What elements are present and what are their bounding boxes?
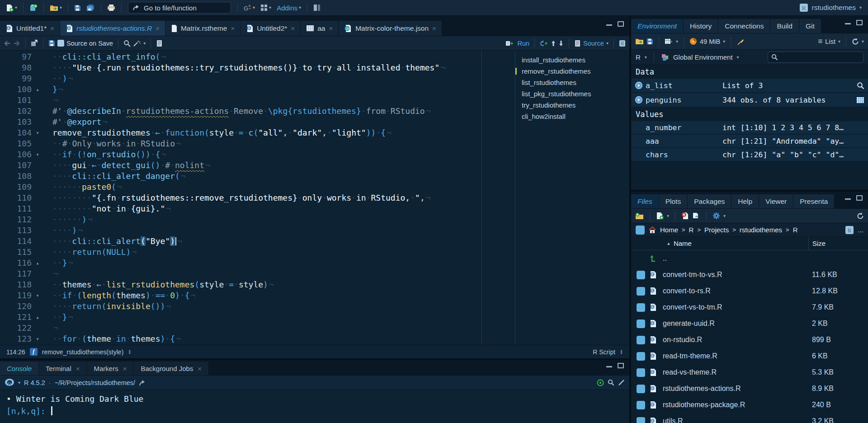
code-text[interactable]: remove_rstudiothemes·←·function(style·=·…: [43, 127, 392, 138]
maximize-icon[interactable]: [618, 21, 624, 27]
fold-marker-icon[interactable]: ▴: [32, 312, 43, 323]
outline-item-install_rstudiothemes[interactable]: install_rstudiothemes: [515, 54, 629, 66]
find-replace-icon[interactable]: [123, 40, 131, 47]
new-project-button[interactable]: [27, 3, 40, 13]
expand-icon[interactable]: [635, 96, 646, 104]
environment-tab-environment[interactable]: Environment: [631, 19, 684, 33]
code-text[interactable]: ··for·(theme·in·themes)·{¬: [43, 334, 181, 344]
outline-item-try_rstudiothemes[interactable]: try_rstudiothemes: [515, 99, 629, 111]
file-name[interactable]: convert-tm-to-vs.R: [661, 271, 808, 279]
code-editor[interactable]: 97··cli::cli_alert_info(¬98····"Use·{.ru…: [0, 51, 515, 345]
console-search-icon[interactable]: [608, 379, 614, 386]
select-all-checkbox[interactable]: [636, 226, 645, 235]
env-row-chars[interactable]: charschr [1:26] "a" "b" "c" "d"…: [631, 148, 868, 162]
refresh-icon[interactable]: [852, 38, 859, 45]
code-text[interactable]: ··if·(length(themes)·==·0)·{¬: [43, 290, 195, 301]
code-text[interactable]: ····gui·←·detect_gui()·#·nolint¬: [43, 160, 210, 171]
source-on-save-checkbox[interactable]: [57, 40, 64, 47]
close-icon[interactable]: ×: [432, 24, 436, 32]
editor-tab-matrix-rstheme[interactable]: Matrix.rstheme×: [165, 21, 241, 36]
workspace-panes-button[interactable]: ▾: [258, 3, 274, 13]
parent-directory-icon[interactable]: [646, 255, 661, 262]
caret-down-icon[interactable]: ▾: [18, 381, 20, 385]
file-checkbox[interactable]: [637, 320, 645, 328]
open-file-button[interactable]: ▾: [47, 3, 64, 13]
refresh-icon[interactable]: [857, 212, 864, 220]
document-outline-toggle-icon[interactable]: [619, 40, 626, 47]
maximize-icon[interactable]: [856, 20, 863, 25]
load-workspace-icon[interactable]: [635, 38, 644, 45]
environment-tab-git[interactable]: Git: [799, 19, 821, 33]
maximize-icon[interactable]: [618, 363, 624, 368]
file-row[interactable]: Rconvert-to-rs.R12.8 KB: [631, 283, 868, 299]
code-text[interactable]: ¬: [43, 323, 58, 334]
editor-tab-rstudiothemes-actions-r[interactable]: Rrstudiothemes-actions.R×: [60, 21, 165, 36]
save-workspace-icon[interactable]: [646, 38, 653, 45]
file-row[interactable]: Rread-vs-theme.R5.3 KB: [631, 364, 868, 381]
clear-console-icon[interactable]: [618, 379, 625, 386]
editor-tab-untitled2-[interactable]: RUntitled2*×: [241, 21, 301, 36]
console-tab-background-jobs[interactable]: Background Jobs×: [134, 362, 209, 375]
new-blank-file-icon[interactable]: [656, 212, 664, 220]
file-row[interactable]: Rconvert-vs-to-tm.R7.9 KB: [631, 299, 868, 315]
file-name[interactable]: convert-to-rs.R: [661, 287, 808, 295]
env-row-a_list[interactable]: a_listList of 3: [631, 79, 868, 93]
code-tools-icon[interactable]: [133, 40, 141, 47]
next-chunk-icon[interactable]: [558, 40, 564, 47]
run-icon[interactable]: [505, 40, 515, 47]
file-name[interactable]: convert-vs-to-tm.R: [661, 303, 808, 311]
file-checkbox[interactable]: [637, 287, 645, 296]
file-checkbox[interactable]: [637, 368, 645, 377]
code-text[interactable]: ··}¬: [43, 312, 73, 323]
memory-usage[interactable]: 49 MiB: [700, 38, 720, 45]
console-tab-console[interactable]: Console: [0, 362, 39, 375]
file-row[interactable]: Rrstudiothemes-actions.R8.9 KB: [631, 381, 868, 397]
source-button[interactable]: Source: [583, 40, 604, 47]
import-dataset-icon[interactable]: [665, 38, 673, 45]
editor-tab-untitled1-[interactable]: RUntitled1*×: [0, 21, 60, 36]
rerun-icon[interactable]: [540, 40, 548, 47]
caret-down-icon[interactable]: ▾: [645, 55, 647, 60]
inspect-icon[interactable]: [854, 82, 864, 89]
file-checkbox[interactable]: [637, 352, 645, 361]
clear-environment-icon[interactable]: [736, 38, 745, 45]
fold-marker-icon[interactable]: ▾: [32, 290, 43, 301]
goto-file-function-input[interactable]: [143, 4, 226, 12]
source-doc-icon[interactable]: [574, 40, 581, 47]
save-icon[interactable]: [48, 40, 55, 47]
compile-report-icon[interactable]: [156, 40, 163, 47]
expand-icon[interactable]: [635, 81, 646, 89]
file-row[interactable]: Ron-rstudio.R899 B: [631, 332, 868, 348]
env-row-penguins[interactable]: penguins344 obs. of 8 variables: [631, 93, 868, 108]
close-icon[interactable]: ×: [156, 24, 160, 32]
file-name[interactable]: utils.R: [661, 417, 808, 423]
code-text[interactable]: ··cli::cli_alert_info(¬: [43, 52, 166, 62]
close-icon[interactable]: ×: [50, 24, 54, 32]
size-column-header[interactable]: Size: [808, 237, 868, 250]
file-type-selector[interactable]: R Script: [593, 348, 615, 356]
fold-marker-icon[interactable]: ▴: [32, 258, 43, 268]
save-button[interactable]: [72, 3, 83, 13]
caret-down-icon[interactable]: ▾: [676, 39, 678, 44]
code-text[interactable]: ····"Use·{.run·rstudiothemes::try_rstudi…: [43, 62, 445, 73]
environment-tab-connections[interactable]: Connections: [718, 19, 770, 33]
environment-search-input[interactable]: [781, 53, 860, 61]
close-icon[interactable]: ×: [291, 24, 295, 32]
caret-down-icon[interactable]: ▾: [723, 214, 726, 218]
file-name[interactable]: on-rstudio.R: [661, 336, 808, 344]
file-name[interactable]: read-tm-theme.R: [661, 352, 808, 360]
file-name[interactable]: rstudiothemes-package.R: [661, 401, 808, 409]
more-actions-icon[interactable]: [712, 212, 720, 220]
code-text[interactable]: ··}¬: [43, 258, 73, 268]
file-checkbox[interactable]: [637, 385, 645, 393]
code-text[interactable]: ······paste0(¬: [43, 182, 122, 193]
caret-down-icon[interactable]: ▾: [862, 39, 864, 44]
code-text[interactable]: ··themes·←·list_rstudiothemes(style·=·st…: [43, 279, 274, 290]
file-row[interactable]: Rrstudiothemes-package.R240 B: [631, 397, 868, 413]
close-icon[interactable]: ×: [198, 365, 202, 372]
previous-chunk-icon[interactable]: [551, 40, 556, 47]
close-icon[interactable]: ×: [123, 365, 127, 372]
file-row[interactable]: ..: [631, 250, 868, 267]
file-row[interactable]: Rread-tm-theme.R6 KB: [631, 348, 868, 364]
files-tab-presenta[interactable]: Presenta: [793, 194, 835, 208]
